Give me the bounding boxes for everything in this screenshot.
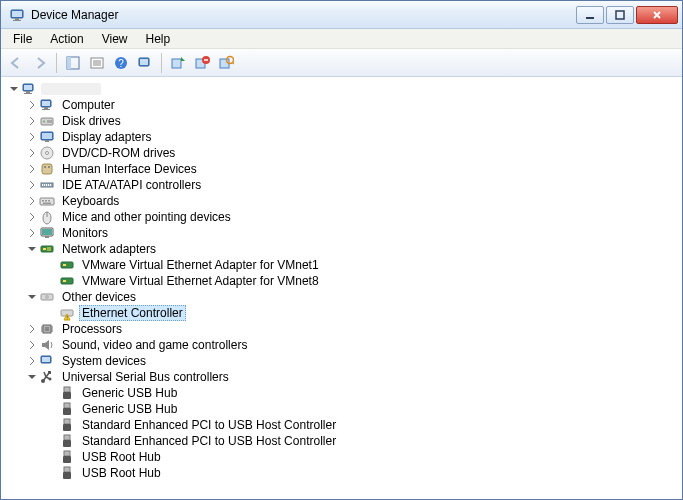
category-usb-controllers[interactable]: Universal Serial Bus controllers [59, 369, 232, 385]
help-button[interactable]: ? [110, 52, 132, 74]
update-driver-button[interactable] [167, 52, 189, 74]
minimize-button[interactable] [576, 6, 604, 24]
tree-content[interactable]: ComputerDisk drivesDisplay adaptersDVD/C… [1, 77, 682, 499]
menu-action[interactable]: Action [42, 30, 91, 48]
expander-collapsed-icon[interactable] [25, 354, 39, 368]
device-vmnet1[interactable]: VMware Virtual Ethernet Adapter for VMne… [79, 257, 322, 273]
device-usb-root-hub[interactable]: USB Root Hub [79, 449, 164, 465]
properties-button[interactable] [86, 52, 108, 74]
category-dvd[interactable]: DVD/CD-ROM drives [59, 145, 178, 161]
svg-rect-67 [63, 280, 66, 282]
warning-device-icon: ! [59, 305, 75, 321]
expander-expanded-icon[interactable] [7, 82, 21, 96]
svg-rect-9 [67, 57, 71, 69]
category-ide[interactable]: IDE ATA/ATAPI controllers [59, 177, 204, 193]
device-ethernet-controller[interactable]: Ethernet Controller [79, 305, 186, 321]
category-sound[interactable]: Sound, video and game controllers [59, 337, 250, 353]
menu-view[interactable]: View [94, 30, 136, 48]
root-computer-label[interactable] [41, 83, 101, 95]
svg-rect-90 [64, 403, 70, 408]
svg-rect-45 [42, 184, 43, 186]
category-computer[interactable]: Computer [59, 97, 118, 113]
svg-rect-73 [45, 327, 49, 331]
device-std-enhanced-pci-usb[interactable]: Standard Enhanced PCI to USB Host Contro… [79, 433, 339, 449]
toolbar: ? [1, 49, 682, 77]
expander-collapsed-icon[interactable] [25, 178, 39, 192]
svg-text:?: ? [118, 58, 124, 69]
expander-collapsed-icon[interactable] [25, 338, 39, 352]
svg-rect-17 [140, 59, 148, 65]
device-vmnet8[interactable]: VMware Virtual Ethernet Adapter for VMne… [79, 273, 322, 289]
svg-rect-18 [172, 59, 181, 68]
window-buttons [576, 6, 678, 24]
category-hid[interactable]: Human Interface Devices [59, 161, 200, 177]
expander-collapsed-icon[interactable] [25, 194, 39, 208]
scan-hardware-button[interactable] [215, 52, 237, 74]
expander-expanded-icon[interactable] [25, 290, 39, 304]
back-button[interactable] [5, 52, 27, 74]
titlebar[interactable]: Device Manager [1, 1, 682, 29]
expander-collapsed-icon[interactable] [25, 114, 39, 128]
device-usb-root-hub[interactable]: USB Root Hub [79, 465, 164, 481]
category-keyboards[interactable]: Keyboards [59, 193, 122, 209]
menubar: File Action View Help [1, 29, 682, 49]
category-network-adapters[interactable]: Network adapters [59, 241, 159, 257]
category-monitors[interactable]: Monitors [59, 225, 111, 241]
usb-device-icon [59, 449, 75, 465]
svg-rect-31 [44, 107, 48, 109]
expander-collapsed-icon[interactable] [25, 98, 39, 112]
toolbar-separator [161, 53, 162, 73]
expander-collapsed-icon[interactable] [25, 162, 39, 176]
category-processors[interactable]: Processors [59, 321, 125, 337]
svg-rect-32 [42, 109, 50, 110]
close-button[interactable] [636, 6, 678, 24]
expander-collapsed-icon[interactable] [25, 226, 39, 240]
forward-button[interactable] [29, 52, 51, 74]
usb-device-icon [59, 465, 75, 481]
category-system-devices[interactable]: System devices [59, 353, 149, 369]
maximize-button[interactable] [606, 6, 634, 24]
svg-point-40 [46, 152, 49, 155]
menu-file[interactable]: File [5, 30, 40, 48]
category-other-devices[interactable]: Other devices [59, 289, 139, 305]
svg-rect-2 [15, 18, 19, 20]
svg-point-43 [48, 166, 50, 168]
svg-line-85 [44, 372, 46, 377]
category-disk-drives[interactable]: Disk drives [59, 113, 124, 129]
svg-rect-5 [616, 11, 624, 19]
system-icon [39, 353, 55, 369]
device-manager-window: Device Manager File Action View Help ? [0, 0, 683, 500]
category-mice[interactable]: Mice and other pointing devices [59, 209, 234, 225]
svg-rect-28 [24, 93, 32, 94]
svg-rect-95 [63, 440, 71, 447]
device-std-enhanced-pci-usb[interactable]: Standard Enhanced PCI to USB Host Contro… [79, 417, 339, 433]
svg-point-86 [49, 378, 52, 381]
expander-collapsed-icon[interactable] [25, 146, 39, 160]
monitor-icon [39, 225, 55, 241]
svg-rect-97 [63, 456, 71, 463]
window-title: Device Manager [31, 8, 576, 22]
refresh-button[interactable] [134, 52, 156, 74]
svg-rect-94 [64, 435, 70, 440]
expander-collapsed-icon[interactable] [25, 210, 39, 224]
expander-collapsed-icon[interactable] [25, 130, 39, 144]
svg-rect-35 [47, 120, 52, 123]
svg-rect-99 [63, 472, 71, 479]
computer-icon [39, 97, 55, 113]
svg-rect-88 [64, 387, 70, 392]
svg-rect-65 [63, 264, 66, 266]
svg-point-69 [45, 295, 49, 299]
menu-help[interactable]: Help [138, 30, 179, 48]
svg-rect-87 [48, 371, 51, 374]
device-generic-usb-hub[interactable]: Generic USB Hub [79, 401, 180, 417]
device-generic-usb-hub[interactable]: Generic USB Hub [79, 385, 180, 401]
expander-collapsed-icon[interactable] [25, 322, 39, 336]
usb-device-icon [59, 433, 75, 449]
keyboard-icon [39, 193, 55, 209]
expander-expanded-icon[interactable] [25, 242, 39, 256]
category-display-adapters[interactable]: Display adapters [59, 129, 154, 145]
hid-icon [39, 161, 55, 177]
expander-expanded-icon[interactable] [25, 370, 39, 384]
uninstall-button[interactable] [191, 52, 213, 74]
show-hide-console-button[interactable] [62, 52, 84, 74]
